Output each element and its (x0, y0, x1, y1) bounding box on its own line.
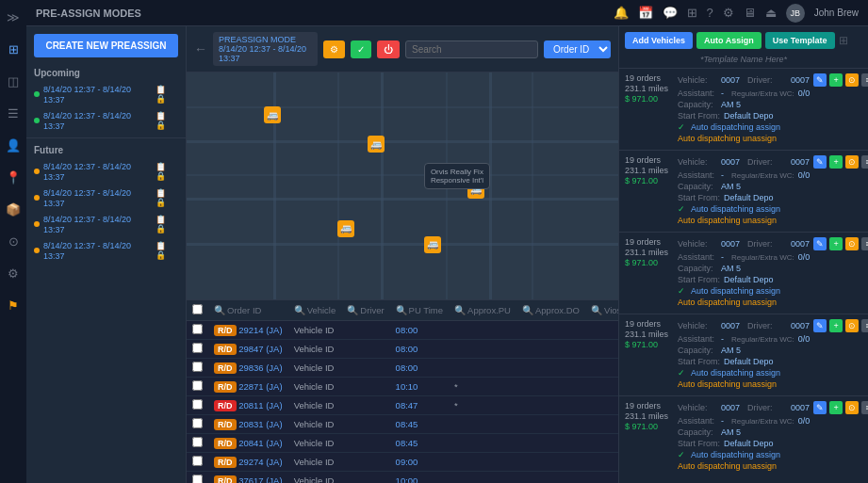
table-row[interactable]: R/D 29214 (JA)Vehicle ID08:00MICHAEL LUX… (187, 321, 618, 340)
sidebar-icon-home[interactable]: ⊞ (4, 40, 23, 58)
sidebar-icon-list[interactable]: ☰ (4, 104, 23, 122)
pu-time-3[interactable]: 10:10 (396, 381, 418, 392)
vr-icon-orange-2[interactable]: ⊙ (845, 237, 859, 250)
future-item-0[interactable]: 8/14/20 12:37 - 8/14/20 13:37📋 🔒 (26, 158, 186, 185)
vr-icon-blue-0[interactable]: ✎ (813, 73, 827, 87)
table-row[interactable]: R/D 29274 (JA)Vehicle ID09:00JEAN GREY41… (187, 453, 618, 472)
vr-icon-gray-0[interactable]: ≡ (861, 73, 868, 87)
pu-time-8[interactable]: 10:00 (396, 475, 418, 483)
future-item-2[interactable]: 8/14/20 12:37 - 8/14/20 13:37📋 🔒 (26, 211, 186, 237)
help-icon[interactable]: ? (707, 6, 713, 20)
exit-icon[interactable]: ⏏ (765, 6, 777, 20)
col-search-icon-5[interactable]: 🔍 (454, 305, 466, 315)
sidebar-icon-package[interactable]: 📦 (4, 200, 23, 218)
vr-icon-gray-4[interactable]: ≡ (861, 401, 868, 414)
order-id-4[interactable]: 20811 (JA) (238, 400, 282, 411)
vr-icon-blue-1[interactable]: ✎ (813, 155, 827, 169)
future-item-1[interactable]: 8/14/20 12:37 - 8/14/20 13:37📋 🔒 (26, 185, 186, 211)
col-search-icon-3[interactable]: 🔍 (347, 305, 358, 315)
grid-icon[interactable]: ⊞ (687, 6, 697, 20)
car-icon-4[interactable]: 🚐 (337, 220, 354, 237)
vr-icon-gray-2[interactable]: ≡ (861, 237, 868, 250)
car-icon-1[interactable]: 🚐 (264, 106, 281, 123)
row-checkbox-2[interactable] (192, 362, 203, 372)
settings-icon-right[interactable]: ⊞ (839, 34, 848, 47)
vr-icon-blue-3[interactable]: ✎ (813, 319, 827, 332)
create-preassign-button[interactable]: CREATE NEW PREASSIGN (34, 34, 178, 57)
vr-icon-gray-3[interactable]: ≡ (861, 319, 868, 332)
vr-icon-green-0[interactable]: + (829, 73, 843, 87)
chat-icon[interactable]: 💬 (663, 6, 678, 20)
gear-icon[interactable]: ⚙ (723, 6, 734, 20)
pu-time-6[interactable]: 08:45 (396, 438, 418, 448)
order-id-7[interactable]: 29274 (JA) (238, 457, 282, 467)
table-row[interactable]: R/D 37617 (JA)Vehicle ID10:00LEX LUTHOR1… (187, 472, 618, 484)
future-item-3[interactable]: 8/14/20 12:37 - 8/14/20 13:37📋 🔒 (26, 237, 186, 264)
settings-button[interactable]: ⚙ (323, 40, 345, 58)
order-id-select[interactable]: Order ID (544, 40, 611, 58)
vr-icon-green-2[interactable]: + (829, 237, 843, 250)
pu-time-0[interactable]: 08:00 (396, 325, 418, 335)
car-icon-5[interactable]: 🚐 (424, 236, 441, 253)
col-search-icon-7[interactable]: 🔍 (591, 305, 602, 315)
row-checkbox-8[interactable] (192, 475, 203, 483)
bell-icon[interactable]: 🔔 (614, 6, 629, 20)
table-row[interactable]: R/D 29836 (JA)Vehicle ID08:00MILES MORAL… (187, 359, 618, 378)
auto-dispatch-unassign-0[interactable]: Auto dispatching unassign (678, 134, 777, 143)
table-row[interactable]: R/D 29847 (JA)Vehicle ID08:00LEIA ORIGAN… (187, 340, 618, 359)
sidebar-icon-circle[interactable]: ⊙ (4, 232, 23, 250)
table-row[interactable]: R/D 20841 (JA)Vehicle ID08:45JAMES RHODE… (187, 434, 618, 453)
row-checkbox-4[interactable] (192, 399, 203, 410)
calendar-icon[interactable]: 📅 (638, 6, 653, 20)
pu-time-7[interactable]: 09:00 (396, 457, 418, 467)
monitor-icon[interactable]: 🖥 (744, 6, 756, 20)
order-id-3[interactable]: 22871 (JA) (238, 381, 282, 392)
order-id-6[interactable]: 20841 (JA) (238, 438, 282, 448)
use-template-button[interactable]: Use Template (765, 32, 835, 49)
upcoming-item-0[interactable]: 8/14/20 12:37 - 8/14/20 13:37📋 🔒 (26, 81, 186, 107)
add-vehicles-button[interactable]: Add Vehicles (625, 32, 693, 49)
order-id-0[interactable]: 29214 (JA) (238, 325, 282, 335)
vr-icon-green-1[interactable]: + (829, 155, 843, 169)
vr-icon-gray-1[interactable]: ≡ (861, 155, 868, 169)
auto-dispatch-assign-0[interactable]: Auto dispatching assign (691, 122, 780, 132)
col-search-icon-1[interactable]: 🔍 (214, 305, 225, 315)
vr-icon-blue-2[interactable]: ✎ (813, 237, 827, 250)
auto-dispatch-assign-1[interactable]: Auto dispatching assign (691, 204, 780, 214)
power-button[interactable]: ⏻ (377, 40, 400, 58)
vr-icon-orange-0[interactable]: ⊙ (845, 73, 859, 87)
sidebar-icon-chevron[interactable]: ≫ (4, 8, 23, 26)
car-icon-2[interactable]: 🚐 (368, 136, 385, 153)
sidebar-icon-grid[interactable]: ◫ (4, 72, 23, 90)
pu-time-5[interactable]: 08:45 (396, 419, 418, 429)
pu-time-2[interactable]: 08:00 (396, 362, 418, 373)
auto-dispatch-assign-3[interactable]: Auto dispatching assign (691, 368, 780, 378)
row-checkbox-5[interactable] (192, 418, 203, 428)
col-search-icon-2[interactable]: 🔍 (294, 305, 305, 315)
auto-dispatch-assign-4[interactable]: Auto dispatching assign (691, 450, 780, 459)
vr-icon-orange-4[interactable]: ⊙ (845, 401, 859, 414)
table-row[interactable]: R/D 22871 (JA)Vehicle ID10:10*BRUCE WAYN… (187, 378, 618, 396)
sidebar-icon-user[interactable]: 👤 (4, 136, 23, 154)
vr-icon-orange-3[interactable]: ⊙ (845, 319, 859, 332)
row-checkbox-3[interactable] (192, 380, 203, 391)
pu-time-4[interactable]: 08:47 (396, 400, 418, 411)
vr-icon-green-3[interactable]: + (829, 319, 843, 332)
auto-dispatch-unassign-3[interactable]: Auto dispatching unassign (678, 379, 777, 389)
order-id-5[interactable]: 20831 (JA) (238, 419, 282, 429)
order-id-2[interactable]: 29836 (JA) (238, 362, 282, 373)
sidebar-icon-location[interactable]: 📍 (4, 168, 23, 186)
row-checkbox-7[interactable] (192, 456, 203, 466)
col-search-icon-6[interactable]: 🔍 (522, 305, 533, 315)
auto-assign-button[interactable]: Auto Assign (696, 32, 762, 49)
auto-dispatch-unassign-1[interactable]: Auto dispatching unassign (678, 216, 777, 225)
select-all-checkbox[interactable] (192, 304, 203, 314)
order-id-1[interactable]: 29847 (JA) (238, 344, 282, 354)
vr-icon-blue-4[interactable]: ✎ (813, 401, 827, 414)
pu-time-1[interactable]: 08:00 (396, 344, 418, 354)
table-row[interactable]: R/D 20811 (JA)Vehicle ID08:47*CLINT BART… (187, 396, 618, 415)
auto-dispatch-unassign-2[interactable]: Auto dispatching unassign (678, 298, 777, 307)
table-row[interactable]: R/D 20831 (JA)Vehicle ID08:45HARLEY QUIN… (187, 415, 618, 434)
auto-dispatch-unassign-4[interactable]: Auto dispatching unassign (678, 461, 777, 471)
col-search-icon-4[interactable]: 🔍 (396, 305, 407, 315)
